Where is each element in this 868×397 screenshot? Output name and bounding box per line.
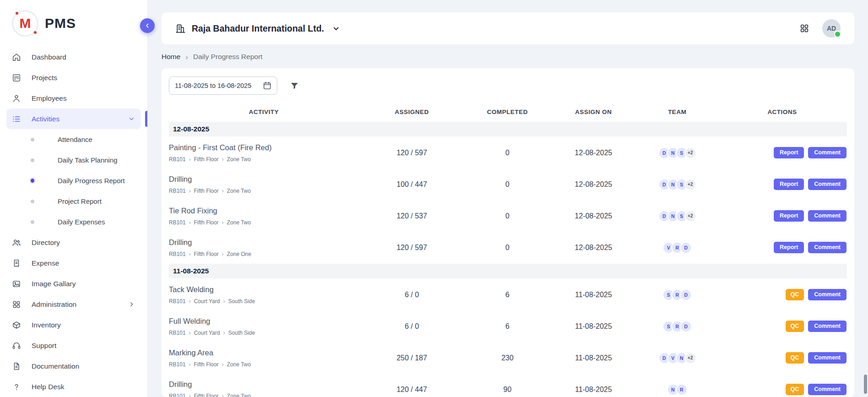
sidebar-item-label: Employees (32, 94, 67, 103)
report-button[interactable]: Report (774, 179, 804, 190)
qc-button[interactable]: QC (786, 321, 804, 332)
sidebar-item-administration[interactable]: Administration (6, 294, 141, 315)
chevron-down-icon (128, 115, 135, 123)
completed-value: 0 (465, 244, 550, 252)
activity-cell: DrillingRB101›Fifth Floor›Zone One (169, 238, 359, 257)
sidebar-collapse-button[interactable] (140, 18, 155, 33)
user-avatar[interactable]: AD (822, 19, 841, 38)
actions-cell: QCComment (717, 352, 847, 364)
team-avatars: VRD (637, 242, 717, 254)
building-icon (175, 23, 186, 34)
sidebar-item-support[interactable]: Support (6, 335, 141, 356)
activity-path: RB101›Court Yard›South Side (169, 330, 355, 336)
sidebar-item-help-desk[interactable]: Help Desk (6, 376, 141, 397)
sidebar-subitem-project-report[interactable]: Project Report (6, 191, 141, 212)
help-icon (12, 382, 21, 392)
date-range-input[interactable]: 11-08-2025 to 16-08-2025 (169, 76, 277, 95)
comment-button[interactable]: Comment (808, 210, 846, 222)
path-segment: Fifth Floor (194, 251, 219, 257)
sidebar-subitem-attendance[interactable]: Attendance (6, 129, 141, 150)
actions-cell: QCComment (717, 321, 847, 332)
assigned-value: 100 / 447 (359, 180, 465, 189)
team-avatars: NR (637, 384, 717, 396)
team-avatars: DVN+2 (637, 352, 717, 364)
sidebar-item-projects[interactable]: Projects (6, 67, 141, 88)
activity-title: Full Welding (169, 317, 355, 326)
column-header-team: TEAM (637, 109, 717, 115)
bullet-dot-icon (31, 220, 34, 224)
chevron-separator: › (189, 393, 191, 397)
sidebar-subitem-daily-progress-report[interactable]: Daily Progress Report (6, 170, 141, 191)
team-avatars: SRD (637, 289, 717, 301)
sidebar-item-documentation[interactable]: Documentation (6, 356, 141, 376)
sidebar-item-activities[interactable]: Activities (6, 109, 141, 129)
sidebar-item-directory[interactable]: Directory (6, 232, 141, 253)
sidebar-item-image-gallary[interactable]: Image Gallary (6, 273, 141, 294)
apps-grid-icon[interactable] (799, 23, 809, 33)
report-button[interactable]: Report (774, 242, 804, 254)
sidebar-item-label: Activities (32, 115, 59, 123)
sidebar-subitem-label: Project Report (58, 197, 102, 205)
team-extra-badge: +2 (685, 147, 696, 159)
sidebar-subitem-daily-expenses[interactable]: Daily Expenses (6, 212, 141, 232)
activity-title: Tie Rod Fixing (169, 207, 355, 215)
comment-button[interactable]: Comment (808, 289, 846, 301)
chevron-down-icon (332, 24, 340, 33)
chevron-separator: › (189, 188, 191, 194)
sidebar-item-inventory[interactable]: Inventory (6, 315, 141, 335)
projects-icon (12, 73, 21, 82)
home-icon (12, 53, 21, 62)
path-segment: RB101 (169, 188, 186, 194)
completed-value: 0 (465, 180, 550, 189)
company-selector[interactable]: Raja Bahadur International Ltd. (175, 23, 340, 34)
gallery-icon (12, 279, 21, 288)
date-range-value: 11-08-2025 to 16-08-2025 (175, 82, 251, 89)
sidebar-item-employees[interactable]: Employees (6, 88, 141, 109)
breadcrumb-home[interactable]: Home (162, 53, 180, 61)
comment-button[interactable]: Comment (808, 321, 846, 332)
comment-button[interactable]: Comment (808, 147, 846, 159)
path-segment: RB101 (169, 251, 186, 257)
sidebar-item-label: Projects (32, 74, 57, 82)
activity-cell: Marking AreaRB101›Fifth Floor›Zone Two (169, 348, 359, 368)
sidebar-item-expense[interactable]: Expense (6, 253, 141, 273)
path-segment: Court Yard (194, 330, 220, 336)
comment-button[interactable]: Comment (808, 179, 846, 190)
table-row: Marking AreaRB101›Fifth Floor›Zone Two25… (169, 342, 847, 374)
sidebar-subitem-daily-task-planning[interactable]: Daily Task Planning (6, 150, 141, 170)
sidebar-item-dashboard[interactable]: Dashboard (6, 47, 141, 67)
team-avatar: D (680, 321, 692, 332)
activity-path: RB101›Fifth Floor›Zone Two (169, 393, 355, 397)
report-button[interactable]: Report (774, 210, 804, 222)
breadcrumb: Home › Daily Progress Report (162, 53, 854, 61)
filter-funnel-icon[interactable] (290, 81, 299, 91)
report-button[interactable]: Report (774, 147, 804, 159)
comment-button[interactable]: Comment (808, 352, 846, 364)
assign-on-value: 12-08-2025 (550, 180, 637, 189)
activity-path: RB101›Fifth Floor›Zone Two (169, 188, 355, 194)
path-segment: RB101 (169, 219, 186, 226)
comment-button[interactable]: Comment (808, 242, 846, 254)
sidebar: M PMS DashboardProjectsEmployeesActiviti… (0, 0, 148, 397)
path-segment: Fifth Floor (194, 219, 219, 226)
column-header-actions: ACTIONS (717, 109, 847, 115)
team-extra-badge: +2 (685, 210, 696, 222)
table-row: DrillingRB101›Fifth Floor›Zone Two100 / … (169, 169, 847, 200)
company-name: Raja Bahadur International Ltd. (192, 23, 324, 34)
completed-value: 6 (465, 291, 550, 299)
scrollbar-thumb[interactable] (864, 375, 867, 394)
chevron-separator: › (222, 157, 224, 162)
logo-text: PMS (45, 16, 76, 31)
assigned-value: 6 / 0 (359, 291, 465, 299)
qc-button[interactable]: QC (786, 289, 804, 301)
qc-button[interactable]: QC (786, 352, 804, 364)
chevron-left-icon (144, 22, 151, 29)
assigned-value: 120 / 537 (359, 212, 465, 220)
comment-button[interactable]: Comment (808, 384, 846, 396)
activity-cell: DrillingRB101›Fifth Floor›Zone Two (169, 380, 359, 397)
qc-button[interactable]: QC (786, 384, 804, 396)
activity-title: Drilling (169, 380, 355, 389)
path-segment: Zone One (227, 251, 251, 257)
completed-value: 6 (465, 322, 550, 331)
activity-title: Painting - First Coat (Fire Red) (169, 143, 355, 152)
